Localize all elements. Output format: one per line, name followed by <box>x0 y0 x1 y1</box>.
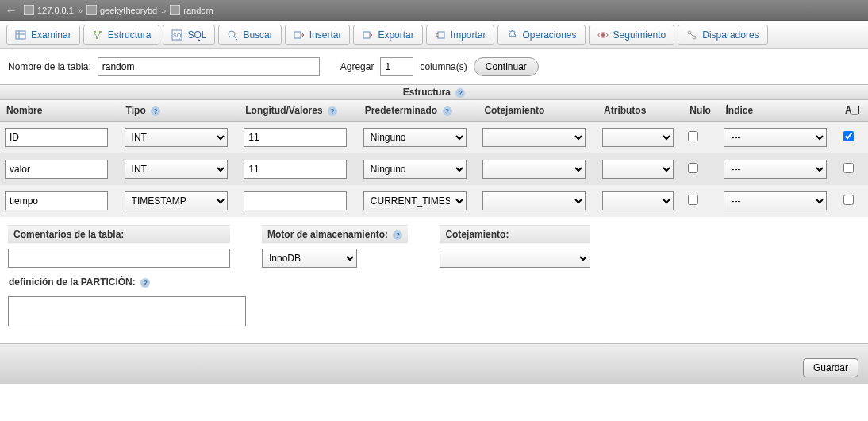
help-icon[interactable]: ? <box>328 106 337 116</box>
tab-label: Examinar <box>31 29 71 41</box>
col-type-select[interactable]: INTVARCHARTEXTDATETIMESTAMP <box>125 191 228 210</box>
section-title: Estructura ? <box>0 84 868 100</box>
tab-structure[interactable]: Estructura <box>83 25 160 45</box>
svg-rect-5 <box>96 37 98 39</box>
tab-label: Importar <box>451 29 486 41</box>
col-name-input[interactable] <box>5 160 108 179</box>
insert-icon <box>294 29 305 41</box>
svg-line-6 <box>94 33 97 37</box>
svg-text:SQL: SQL <box>173 33 182 39</box>
tab-label: Buscar <box>243 29 272 41</box>
continue-button[interactable]: Continuar <box>474 57 539 76</box>
back-arrow[interactable]: ← <box>5 3 17 17</box>
cols-label: columna(s) <box>420 61 467 72</box>
tab-insert[interactable]: Insertar <box>285 25 351 45</box>
tab-import[interactable]: Importar <box>426 25 495 45</box>
svg-rect-12 <box>294 32 301 38</box>
db-icon <box>86 5 97 15</box>
tablename-input[interactable] <box>98 57 320 76</box>
help-icon[interactable]: ? <box>443 106 452 116</box>
partition-textarea[interactable] <box>8 296 246 326</box>
help-icon[interactable]: ? <box>393 230 402 240</box>
th-type: Tipo ? <box>120 100 240 122</box>
col-length-input[interactable] <box>244 191 347 210</box>
col-index-select[interactable]: ---PRIMARYUNIQUEINDEXFULLTEXT <box>724 160 827 179</box>
svg-line-7 <box>98 33 100 37</box>
breadcrumb-table[interactable]: random <box>183 6 213 15</box>
table-icon <box>170 5 180 15</box>
col-name-input[interactable] <box>5 191 108 210</box>
col-length-input[interactable] <box>244 160 347 179</box>
structure-icon <box>92 29 103 41</box>
tab-operations[interactable]: Operaciones <box>497 25 585 45</box>
col-collation-select[interactable] <box>482 160 586 179</box>
comments-block: Comentarios de la tabla: <box>8 225 230 268</box>
table-row: INTVARCHARTEXTDATETIMESTAMPNingunoNULLCU… <box>0 122 868 154</box>
tab-label: SQL <box>187 29 206 41</box>
breadcrumb-sep: » <box>78 6 83 15</box>
engine-label: Motor de almacenamiento: ? <box>262 225 408 244</box>
breadcrumb-db[interactable]: geekytheorybd <box>100 6 157 15</box>
tab-browse[interactable]: Examinar <box>6 25 80 45</box>
server-icon <box>24 5 34 15</box>
col-collation-select[interactable] <box>482 128 586 147</box>
svg-line-20 <box>690 33 693 37</box>
tab-export[interactable]: Exportar <box>353 25 422 45</box>
bottom-bar: Guardar <box>0 343 868 384</box>
col-ai-checkbox[interactable] <box>843 131 854 141</box>
tab-label: Seguimiento <box>613 29 666 41</box>
partition-label: definición de la PARTICIÓN: ? <box>8 276 860 292</box>
collation-select[interactable] <box>440 249 590 268</box>
import-icon <box>435 29 446 41</box>
tab-triggers[interactable]: Disparadores <box>678 25 767 45</box>
table-row: INTVARCHARTEXTDATETIMESTAMPNingunoNULLCU… <box>0 153 868 185</box>
columns-table: Nombre Tipo ? Longitud/Valores ? Predete… <box>0 100 868 217</box>
col-attributes-select[interactable] <box>602 160 674 179</box>
svg-rect-4 <box>99 31 102 33</box>
sql-icon: SQL <box>171 29 182 41</box>
search-icon <box>227 29 238 41</box>
col-ai-checkbox[interactable] <box>843 195 854 205</box>
header-row: Nombre Tipo ? Longitud/Valores ? Predete… <box>0 100 868 122</box>
help-icon[interactable]: ? <box>455 88 465 98</box>
comments-label: Comentarios de la tabla: <box>8 225 230 244</box>
col-collation-select[interactable] <box>482 191 586 210</box>
col-default-select[interactable]: NingunoNULLCURRENT_TIMESTAMPComo fue def… <box>363 191 467 210</box>
col-length-input[interactable] <box>244 128 347 147</box>
help-icon[interactable]: ? <box>140 278 150 288</box>
tab-sql[interactable]: SQLSQL <box>163 25 215 45</box>
save-button[interactable]: Guardar <box>803 358 858 377</box>
comments-input[interactable] <box>8 249 230 268</box>
tab-label: Insertar <box>309 29 342 41</box>
col-attributes-select[interactable] <box>602 191 674 210</box>
col-type-select[interactable]: INTVARCHARTEXTDATETIMESTAMP <box>125 160 228 179</box>
th-ai: A_I <box>839 100 868 122</box>
col-default-select[interactable]: NingunoNULLCURRENT_TIMESTAMPComo fue def… <box>363 128 467 147</box>
tab-tracking[interactable]: Seguimiento <box>589 25 675 45</box>
th-null: Nulo <box>683 100 719 122</box>
tab-search[interactable]: Buscar <box>218 25 281 45</box>
col-null-checkbox[interactable] <box>688 195 698 205</box>
addcols-input[interactable] <box>380 57 413 76</box>
operations-icon <box>506 29 517 41</box>
col-name-input[interactable] <box>5 128 108 147</box>
col-null-checkbox[interactable] <box>688 163 698 173</box>
help-icon[interactable]: ? <box>151 106 160 116</box>
svg-rect-15 <box>438 32 444 38</box>
col-attributes-select[interactable] <box>602 128 674 147</box>
svg-rect-3 <box>94 31 96 33</box>
col-ai-checkbox[interactable] <box>843 163 854 173</box>
col-index-select[interactable]: ---PRIMARYUNIQUEINDEXFULLTEXT <box>724 128 827 147</box>
col-index-select[interactable]: ---PRIMARYUNIQUEINDEXFULLTEXT <box>724 191 827 210</box>
tab-label: Disparadores <box>702 29 759 41</box>
th-attributes: Atributos <box>597 100 683 122</box>
browse-icon <box>15 29 26 41</box>
col-type-select[interactable]: INTVARCHARTEXTDATETIMESTAMP <box>125 128 228 147</box>
partition-block: definición de la PARTICIÓN: ? <box>8 276 860 329</box>
breadcrumb-host[interactable]: 127.0.0.1 <box>37 6 74 15</box>
collation-block: Cotejamiento: <box>440 225 590 268</box>
tracking-icon <box>597 29 609 41</box>
engine-select[interactable]: InnoDBMyISAMMEMORY <box>262 249 357 268</box>
col-null-checkbox[interactable] <box>688 131 698 141</box>
col-default-select[interactable]: NingunoNULLCURRENT_TIMESTAMPComo fue def… <box>363 160 467 179</box>
